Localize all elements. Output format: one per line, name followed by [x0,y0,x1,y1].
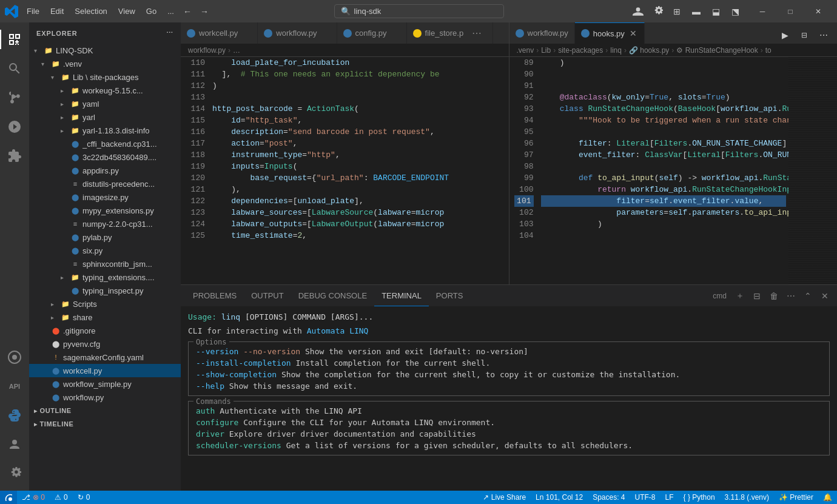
breadcrumb-lib[interactable]: Lib [541,46,551,55]
breadcrumb-linq[interactable]: linq [610,46,622,55]
timeline-section-header[interactable]: ▸ TIMELINE [29,417,181,431]
tab-file-store[interactable]: file_store.p ⋯ [407,22,494,44]
minimize-btn[interactable]: ─ [748,0,776,22]
sidebar-item-yarl-dist[interactable]: ▸ 📁 yarl-1.18.3.dist-info [29,124,181,137]
nav-back[interactable]: ← [179,3,196,20]
sidebar-item-3c22[interactable]: ▸ ⬤ 3c22db458360489.... [29,150,181,164]
tab-output[interactable]: OUTPUT [244,285,291,306]
sidebar-item-typing-inspect[interactable]: ▸ ⬤ typing_inspect.py [29,284,181,297]
run-debug-icon[interactable] [0,112,29,141]
tab-workcell[interactable]: workcell.py ✕ [181,22,258,44]
nav-forward[interactable]: → [196,3,213,20]
status-warnings[interactable]: ⚠ 0 [50,491,73,504]
tab-hooks[interactable]: hooks.py ✕ [575,22,645,44]
sidebar-item-imagesize[interactable]: ▸ ⬤ imagesize.py [29,190,181,204]
status-encoding[interactable]: UTF-8 [630,491,661,504]
menu-selection[interactable]: Selection [70,4,112,18]
right-code-area[interactable]: 89 90 91 92 93 94 95 96 97 98 99 100 101… [509,57,838,284]
tab-close-btn[interactable]: ✕ [628,29,638,38]
source-control-icon[interactable] [0,83,29,112]
status-spaces[interactable]: Spaces: 4 [588,491,630,504]
status-git-branch[interactable]: ⎇ ⊗ 0 [17,491,50,504]
tab-terminal[interactable]: TERMINAL [374,285,429,306]
breadcrumb-ellipsis[interactable]: … [233,46,240,55]
panel-maximize-btn[interactable]: ⌃ [801,289,815,303]
sidebar-item-cffi[interactable]: ▸ ⬤ _cffi_backend.cp31... [29,137,181,150]
api-icon[interactable]: API [0,372,29,401]
status-live-share[interactable]: ↗ Live Share [478,491,531,504]
breadcrumb-to[interactable]: to [765,46,771,55]
menu-edit[interactable]: Edit [45,4,69,18]
sidebar-item-yarl[interactable]: ▸ 📁 yarl [29,110,181,124]
menu-more[interactable]: ... [163,4,179,18]
panel-delete-btn[interactable]: 🗑 [767,289,781,303]
close-btn[interactable]: ✕ [804,0,832,22]
run-btn[interactable]: ▶ [776,27,793,44]
sidebar-item-pyvenv[interactable]: ▸ ⬤ pyvenv.cfg [29,337,181,351]
sidebar-item-appdirs[interactable]: ▸ ⬤ appdirs.py [29,164,181,177]
accounts-activity-icon[interactable] [0,430,29,459]
tab-close-btn[interactable]: ✕ [321,29,331,38]
sidebar-item-yaml[interactable]: ▸ 📁 yaml [29,97,181,110]
tab-debug-console[interactable]: DEBUG CONSOLE [291,285,374,306]
sidebar-item-workflow-simple[interactable]: ▸ ⬤ workflow_simple.py [29,377,181,391]
tab-problems[interactable]: PROBLEMS [186,285,244,306]
sidebar-item-scripts[interactable]: ▸ 📁 Scripts [29,297,181,311]
menu-go[interactable]: Go [141,4,161,18]
left-code-area[interactable]: 110 111 112 113 114 115 116 117 118 119 … [181,57,509,284]
breadcrumb-site-packages[interactable]: site-packages [558,46,603,55]
sidebar-item-six[interactable]: ▸ ⬤ six.py [29,244,181,257]
explorer-icon[interactable] [0,25,29,54]
settings-btn[interactable] [649,3,666,20]
panel-split-btn[interactable]: ⊟ [750,289,764,303]
status-language[interactable]: { } Python [679,491,720,504]
sidebar-item-lib[interactable]: ▾ 📁 Lib \ site-packages [29,70,181,84]
sidebar-item-gitignore[interactable]: ▸ ⬤ .gitignore [29,324,181,337]
search-bar[interactable]: 🔍 linq-sdk [334,4,504,18]
breadcrumb-class[interactable]: ⚙ RunStateChangeHook [676,46,758,55]
sidebar-item-distutils[interactable]: ▸ ≡ distutils-precedenc... [29,177,181,190]
breadcrumb-workflow[interactable]: workflow.py [188,46,226,55]
python-icon[interactable] [0,401,29,430]
extensions-icon[interactable] [0,141,29,170]
panel-new-terminal-btn[interactable]: ＋ [733,289,747,303]
status-python-version[interactable]: 3.11.8 (.venv) [720,491,774,504]
sidebar-item-sphinx[interactable]: ▸ ≡ sphinxcontrib_jsm... [29,257,181,270]
panel-close-btn[interactable]: ✕ [818,289,832,303]
sidebar-item-workflow[interactable]: ▸ ⬤ workflow.py [29,391,181,404]
settings-activity-icon[interactable] [0,459,29,488]
status-line-ending[interactable]: LF [661,491,679,504]
sidebar-item-numpy[interactable]: ▸ ≡ numpy-2.2.0-cp31... [29,217,181,230]
panel-toggle[interactable]: ⬓ [707,3,724,20]
terminal-content[interactable]: Usage: linq [OPTIONS] COMMAND [ARGS]... … [181,306,837,491]
sidebar-item-workeug[interactable]: ▸ 📁 workeug-5.15.c... [29,84,181,97]
sidebar-item-sagemaker[interactable]: ▸ ! sagemakerConfig.yaml [29,351,181,364]
split-editor[interactable]: ⬔ [727,3,744,20]
status-remote[interactable] [0,491,17,504]
tab-workflow-left[interactable]: workflow.py ✕ [258,22,337,44]
sidebar-item-pylab[interactable]: ▸ ⬤ pylab.py [29,230,181,244]
tab-workflow-right[interactable]: workflow.py [509,22,575,44]
tab-config[interactable]: config.py ✕ [337,22,407,44]
sidebar-item-venv[interactable]: ▾ 📁 .venv [29,57,181,70]
outline-section-header[interactable]: ▸ OUTLINE [29,404,181,417]
status-sync[interactable]: ↻ 0 [73,491,95,504]
menu-view[interactable]: View [113,4,140,18]
tab-ports[interactable]: PORTS [429,285,471,306]
search-activity-icon[interactable] [0,54,29,83]
accounts-btn[interactable] [630,3,647,20]
layout-btn[interactable]: ⊞ [668,3,685,20]
status-cursor[interactable]: Ln 101, Col 12 [531,491,588,504]
sidebar-item-share[interactable]: ▸ 📁 share [29,311,181,324]
tab-close-btn[interactable]: ✕ [391,29,400,38]
tab-overflow-btn[interactable]: ⋯ [467,22,486,44]
breadcrumb-hooks[interactable]: 🔗 hooks.py [629,46,669,55]
sidebar-more-btn[interactable]: ⋯ [166,29,173,37]
status-bell[interactable]: 🔔 [818,491,837,504]
remote-explorer-icon[interactable] [0,343,29,372]
sidebar-item-typing-ext-folder[interactable]: ▸ 📁 typing_extensions.... [29,270,181,284]
breadcrumb-venv[interactable]: .venv [517,46,534,55]
split-editor-right-btn[interactable]: ⊟ [796,27,813,44]
sidebar-item-linq-sdk[interactable]: ▾ 📁 LINQ-SDK [29,44,181,57]
sidebar-item-mypy[interactable]: ▸ ⬤ mypy_extensions.py [29,204,181,217]
